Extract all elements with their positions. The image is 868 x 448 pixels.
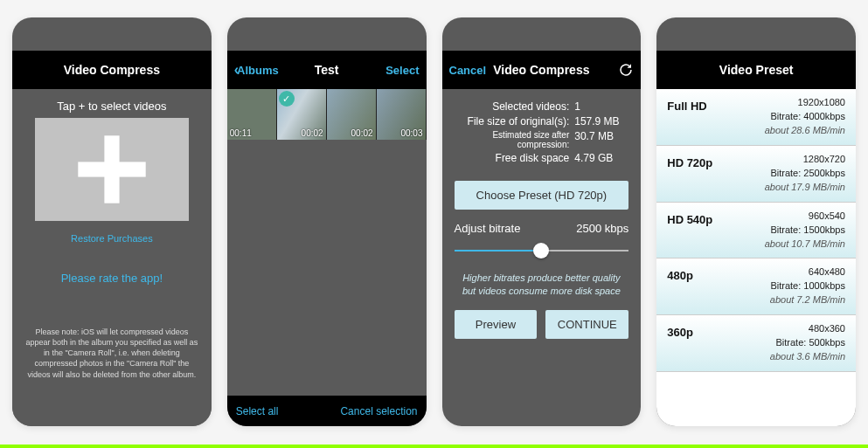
album-title: Test (315, 63, 339, 77)
preset-name: 480p (667, 265, 693, 282)
preset-estimate: about 3.6 MB/min (770, 351, 845, 362)
preset-list: Full HD 1920x1080Bitrate: 4000kbpsabout … (656, 89, 856, 426)
preset-res: 960x540 (809, 210, 845, 221)
screen-home: Video Compress Tap + to select videos Re… (12, 17, 212, 426)
titlebar: Video Preset (656, 51, 856, 89)
preset-bitrate: Bitrate: 2500kbps (770, 168, 845, 178)
bitrate-label: Adjust bitrate (455, 222, 521, 235)
restore-purchases-link[interactable]: Restore Purchases (71, 233, 153, 244)
preset-estimate: about 28.6 MB/min (765, 125, 845, 135)
plus-icon (74, 132, 149, 207)
select-button[interactable]: Select (385, 64, 419, 77)
bitrate-value: 2500 kbps (576, 222, 628, 235)
preset-bitrate: Bitrate: 1500kbps (770, 224, 845, 235)
app-title: Video Compress (64, 63, 160, 77)
stat-label: Selected videos: (455, 100, 570, 113)
tap-hint: Tap + to select videos (57, 100, 166, 113)
preset-estimate: about 7.2 MB/min (770, 294, 845, 305)
continue-button[interactable]: CONTINUE (545, 310, 628, 339)
back-label: Albums (237, 64, 279, 77)
refresh-icon (618, 62, 634, 78)
choose-preset-button[interactable]: Choose Preset (HD 720p) (455, 181, 629, 210)
stat-value: 1 (574, 100, 628, 113)
duration: 00:02 (351, 128, 373, 138)
preview-button[interactable]: Preview (455, 310, 538, 339)
screen-compress: Cancel Video Compress Selected videos:1 … (442, 17, 642, 426)
back-button[interactable]: ‹Albums (234, 62, 279, 78)
preset-item[interactable]: 360p 480x360Bitrate: 500kbpsabout 3.6 MB… (656, 315, 856, 372)
slider-knob[interactable] (533, 243, 549, 258)
preset-res: 640x480 (809, 266, 845, 277)
preset-res: 1920x1080 (798, 97, 845, 107)
preset-item[interactable]: HD 720p 1280x720Bitrate: 2500kbpsabout 1… (656, 146, 856, 203)
thumbnail-grid: 00:11 ✓00:02 00:02 00:03 (227, 89, 427, 140)
accent-bar (0, 445, 868, 448)
stat-value: 30.7 MB (574, 130, 628, 149)
bitrate-slider[interactable] (455, 240, 629, 261)
preset-bitrate: Bitrate: 500kbps (776, 337, 846, 348)
screen-presets: Video Preset Full HD 1920x1080Bitrate: 4… (656, 17, 856, 426)
cancel-button[interactable]: Cancel (449, 64, 487, 77)
footnote: Please note: iOS will let compressed vid… (21, 327, 203, 380)
stat-value: 4.79 GB (574, 152, 628, 164)
bitrate-row: Adjust bitrate 2500 kbps (442, 222, 642, 235)
titlebar: ‹Albums Test Select (227, 51, 427, 89)
select-all-button[interactable]: Select all (236, 405, 279, 417)
app-title: Video Compress (493, 63, 589, 77)
stat-label: Free disk space (455, 152, 570, 164)
bottom-toolbar: Select all Cancel selection (227, 396, 427, 426)
preset-item[interactable]: Full HD 1920x1080Bitrate: 4000kbpsabout … (656, 89, 856, 146)
video-thumb[interactable]: ✓00:02 (277, 89, 327, 140)
preset-bitrate: Bitrate: 4000kbps (770, 111, 845, 121)
screen-album: ‹Albums Test Select 00:11 ✓00:02 00:02 0… (227, 17, 427, 426)
preset-name: 360p (667, 322, 693, 339)
preset-name: HD 720p (667, 153, 712, 169)
titlebar: Cancel Video Compress (442, 51, 642, 89)
add-videos-button[interactable] (35, 118, 189, 221)
preset-item[interactable]: HD 540p 960x540Bitrate: 1500kbpsabout 10… (656, 203, 856, 259)
stat-label: File size of original(s): (455, 115, 570, 128)
preset-item[interactable]: 480p 640x480Bitrate: 1000kbpsabout 7.2 M… (656, 258, 856, 315)
preset-name: Full HD (667, 96, 707, 113)
preset-res: 1280x720 (803, 154, 845, 164)
preset-res: 480x360 (809, 323, 845, 334)
titlebar: Video Compress (12, 51, 212, 89)
stats-block: Selected videos:1 File size of original(… (442, 89, 642, 174)
rate-app-link[interactable]: Please rate the app! (61, 272, 163, 285)
check-icon: ✓ (279, 91, 295, 107)
refresh-button[interactable] (618, 62, 634, 78)
cancel-selection-button[interactable]: Cancel selection (340, 405, 417, 417)
svg-rect-1 (78, 162, 145, 176)
duration: 00:11 (230, 128, 252, 138)
stat-label: Estimated size after compression: (455, 130, 570, 149)
preset-name: HD 540p (667, 210, 712, 226)
preset-estimate: about 17.9 MB/min (765, 182, 845, 192)
preset-bitrate: Bitrate: 1000kbps (770, 280, 845, 291)
video-thumb[interactable]: 00:03 (377, 89, 427, 140)
preset-estimate: about 10.7 MB/min (765, 238, 845, 249)
bitrate-hint: Higher bitrates produce better quality b… (442, 266, 642, 303)
duration: 00:02 (302, 128, 323, 138)
video-thumb[interactable]: 00:11 (227, 89, 277, 140)
duration: 00:03 (400, 128, 422, 138)
presets-title: Video Preset (719, 63, 794, 77)
video-thumb[interactable]: 00:02 (327, 89, 377, 140)
stat-value: 157.9 MB (574, 115, 628, 128)
